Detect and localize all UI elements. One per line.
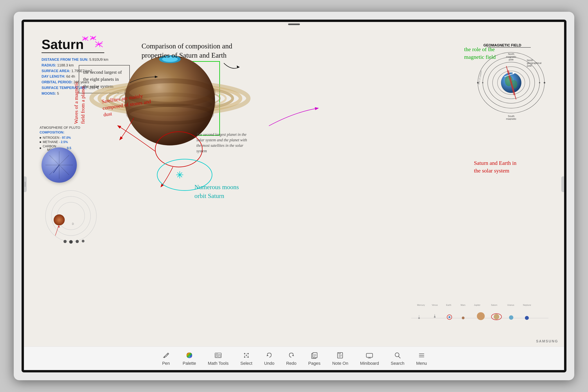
- svg-text:magnetic: magnetic: [506, 55, 516, 58]
- math-tools-tool[interactable]: Math Tools: [204, 349, 232, 368]
- palette-label: Palette: [183, 361, 196, 366]
- undo-tool[interactable]: Undo: [260, 349, 278, 368]
- svg-text:Earth: Earth: [446, 304, 451, 306]
- svg-point-95: [525, 316, 529, 320]
- svg-marker-122: [292, 354, 294, 356]
- svg-rect-132: [366, 354, 372, 357]
- pages-tool[interactable]: Pages: [304, 349, 324, 368]
- search-label: Search: [391, 361, 404, 366]
- miniboard-label: Miniboard: [360, 361, 379, 366]
- svg-point-42: [162, 56, 178, 62]
- pen-icon: [162, 351, 170, 360]
- right-panel-handle[interactable]: [561, 176, 564, 192]
- svg-point-23: [54, 214, 65, 226]
- svg-line-101: [178, 172, 182, 177]
- svg-point-105: [186, 352, 192, 358]
- svg-point-26: [76, 240, 79, 243]
- select-icon: [242, 351, 251, 360]
- moons-annotation: Numerous moons orbit Saturn: [194, 183, 246, 200]
- select-tool[interactable]: Select: [236, 349, 256, 368]
- toolbar: Pen: [24, 346, 564, 370]
- svg-point-89: [448, 316, 450, 318]
- svg-text:Mercury: Mercury: [417, 304, 425, 306]
- svg-point-93: [494, 314, 499, 320]
- screen: Saturn: [24, 22, 564, 370]
- undo-icon: [265, 351, 274, 360]
- miniboard-icon: [365, 351, 374, 360]
- svg-point-90: [462, 316, 464, 319]
- svg-line-18: [53, 165, 59, 173]
- svg-point-91: [477, 312, 485, 320]
- saturn-earth-annotation: Saturn and Earth in the solar system: [474, 159, 521, 174]
- svg-point-56: [482, 82, 483, 83]
- menu-tool[interactable]: Menu: [412, 349, 431, 368]
- note-on-label: Note On: [332, 361, 348, 366]
- svg-rect-108: [216, 355, 217, 357]
- redo-icon: [287, 351, 296, 360]
- svg-point-94: [509, 315, 513, 320]
- svg-text:South: South: [508, 115, 514, 118]
- svg-text:North: North: [527, 59, 533, 62]
- palette-tool[interactable]: Palette: [179, 349, 200, 368]
- palette-icon: [185, 351, 194, 360]
- svg-text:pole: pole: [509, 58, 514, 61]
- select-label: Select: [240, 361, 252, 366]
- svg-rect-124: [313, 352, 317, 358]
- math-tools-label: Math Tools: [208, 361, 228, 366]
- svg-point-19: [46, 190, 96, 242]
- redo-label: Redo: [286, 361, 296, 366]
- svg-point-55: [544, 82, 545, 84]
- search-icon: [393, 351, 402, 360]
- saturn-title-text: Saturn: [42, 38, 84, 51]
- saturn-image: [87, 38, 253, 171]
- svg-point-24: [64, 240, 67, 243]
- menu-icon: [417, 351, 426, 360]
- content-area: Saturn: [24, 22, 564, 346]
- svg-text:magnetic: magnetic: [506, 118, 516, 120]
- blue-sphere: [42, 148, 77, 183]
- note-on-tool[interactable]: Note On: [328, 349, 352, 368]
- geo-title-text: GEOMAGNETIC FIELD: [484, 43, 521, 47]
- svg-marker-30: [58, 226, 60, 227]
- svg-line-102: [178, 172, 182, 177]
- svg-text:North: North: [508, 52, 514, 56]
- menu-label: Menu: [416, 361, 427, 366]
- svg-text:Jupiter: Jupiter: [474, 304, 480, 306]
- monitor: Saturn: [14, 12, 574, 380]
- svg-marker-121: [266, 354, 268, 356]
- svg-point-57: [539, 82, 540, 83]
- planet-comparison-line: Mercury Venus Earth Mars Jupiter Saturn …: [411, 304, 548, 327]
- svg-marker-87: [434, 315, 436, 318]
- pages-icon: [310, 351, 319, 360]
- svg-point-27: [82, 240, 84, 242]
- svg-point-25: [69, 240, 73, 244]
- svg-text:Venus: Venus: [432, 304, 438, 306]
- pen-label: Pen: [162, 361, 170, 366]
- svg-text:pole: pole: [527, 64, 532, 67]
- search-tool[interactable]: Search: [387, 349, 408, 368]
- screen-bezel: Saturn: [22, 20, 566, 372]
- svg-text:Neptune: Neptune: [523, 304, 531, 306]
- undo-label: Undo: [264, 361, 274, 366]
- svg-text:Mars: Mars: [460, 304, 466, 306]
- pen-tool[interactable]: Pen: [157, 349, 175, 368]
- svg-text:Saturn: Saturn: [491, 304, 497, 306]
- svg-text:D: D: [72, 222, 74, 226]
- math-tools-icon: [214, 351, 222, 360]
- miniboard-tool[interactable]: Miniboard: [356, 349, 383, 368]
- svg-line-136: [398, 356, 400, 358]
- svg-line-103: [167, 354, 168, 354]
- left-panel-handle[interactable]: [24, 176, 27, 192]
- samsung-logo: SAMSUNG: [536, 339, 558, 344]
- svg-text:Uranus: Uranus: [507, 304, 514, 306]
- orbital-diagram: D: [42, 186, 100, 246]
- note-on-icon: [336, 351, 344, 360]
- redo-tool[interactable]: Redo: [282, 349, 300, 368]
- svg-text:geographical: geographical: [527, 62, 542, 64]
- geomagnetic-diagram: GEOMAGNETIC FIELD: [474, 42, 548, 116]
- svg-rect-109: [218, 355, 220, 357]
- pages-label: Pages: [308, 361, 320, 366]
